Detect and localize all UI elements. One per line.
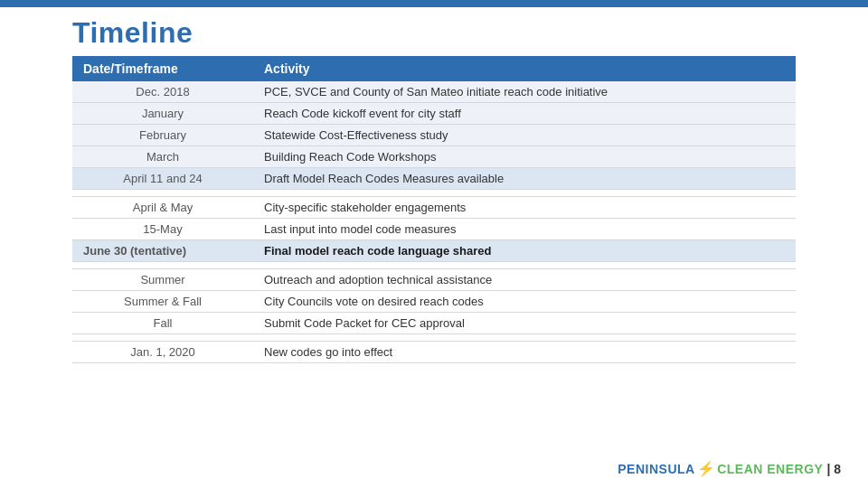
cell-date: Fall [72,313,253,334]
cell-activity: New codes go into effect [253,342,796,363]
cell-date: March [72,146,253,168]
cell-date: June 30 (tentative) [72,240,253,262]
table-row: April 11 and 24Draft Model Reach Codes M… [72,168,796,190]
col-header-date: Date/Timeframe [72,56,253,81]
cell-activity: City Councils vote on desired reach code… [253,291,796,313]
table-row: April & MayCity-specific stakeholder eng… [72,197,796,219]
cell-date: 15-May [72,219,253,240]
cell-activity: Final model reach code language shared [253,240,796,262]
table-row [72,190,796,197]
table-row: Summer & FallCity Councils vote on desir… [72,291,796,313]
table-row: 15-MayLast input into model code measure… [72,219,796,240]
timeline-table: Date/Timeframe Activity Dec. 2018PCE, SV… [72,56,796,363]
table-row: SummerOutreach and adoption technical as… [72,269,796,291]
table-row: June 30 (tentative)Final model reach cod… [72,240,796,262]
cell-date: April 11 and 24 [72,168,253,190]
cell-date: Summer & Fall [72,291,253,313]
top-bar [0,0,868,7]
cell-activity: PCE, SVCE and County of San Mateo initia… [253,81,796,103]
table-row [72,262,796,269]
timeline-table-container: Date/Timeframe Activity Dec. 2018PCE, SV… [72,56,796,363]
table-row: MarchBuilding Reach Code Workshops [72,146,796,168]
cell-activity: Building Reach Code Workshops [253,146,796,168]
brand-lightning-icon: ⚡ [697,460,716,477]
cell-date: Summer [72,269,253,291]
cell-date: April & May [72,197,253,219]
cell-date: Dec. 2018 [72,81,253,103]
brand-peninsula: PENINSULA [618,462,694,476]
table-row: Jan. 1, 2020New codes go into effect [72,342,796,363]
cell-activity: Last input into model code measures [253,219,796,240]
cell-activity: Statewide Cost-Effectiveness study [253,125,796,146]
table-row [72,334,796,342]
cell-activity: City-specific stakeholder engagements [253,197,796,219]
cell-activity: Outreach and adoption technical assistan… [253,269,796,291]
footer: PENINSULA ⚡ CLEAN ENERGY | 8 [618,460,841,477]
cell-activity: Draft Model Reach Codes Measures availab… [253,168,796,190]
col-header-activity: Activity [253,56,796,81]
cell-activity: Submit Code Packet for CEC approval [253,313,796,334]
page-title: Timeline [72,16,193,50]
cell-date: January [72,103,253,125]
cell-date: February [72,125,253,146]
cell-activity: Reach Code kickoff event for city staff [253,103,796,125]
brand-clean-energy: CLEAN ENERGY [717,462,823,476]
cell-date: Jan. 1, 2020 [72,342,253,363]
table-row: JanuaryReach Code kickoff event for city… [72,103,796,125]
page-number: | 8 [826,462,841,476]
table-row: Dec. 2018PCE, SVCE and County of San Mat… [72,81,796,103]
table-row: FebruaryStatewide Cost-Effectiveness stu… [72,125,796,146]
table-row: FallSubmit Code Packet for CEC approval [72,313,796,334]
